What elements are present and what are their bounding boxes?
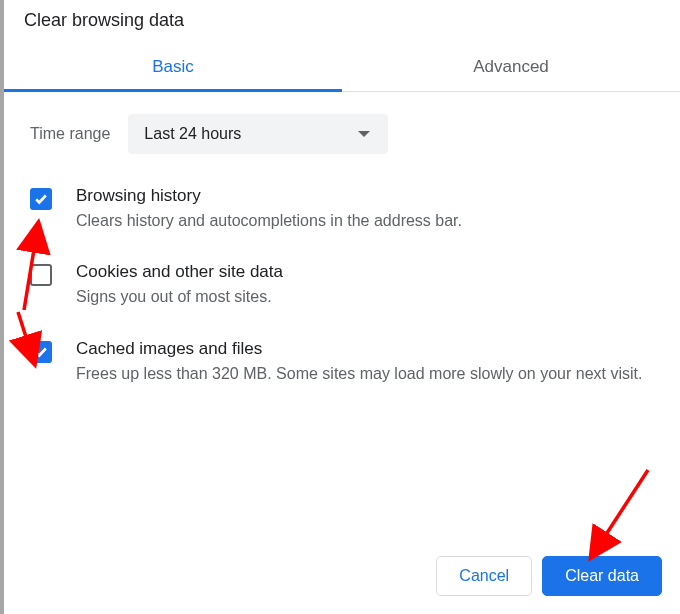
time-range-label: Time range	[30, 125, 110, 143]
time-range-select[interactable]: Last 24 hours	[128, 114, 388, 154]
time-range-value: Last 24 hours	[144, 125, 241, 143]
tab-label: Basic	[152, 57, 194, 76]
time-range-row: Time range Last 24 hours	[30, 114, 654, 154]
option-desc: Clears history and autocompletions in th…	[76, 210, 462, 232]
chevron-down-icon	[358, 131, 370, 137]
option-title: Cookies and other site data	[76, 262, 283, 282]
option-title: Cached images and files	[76, 339, 642, 359]
button-label: Cancel	[459, 567, 509, 585]
tab-advanced[interactable]: Advanced	[342, 45, 680, 91]
option-title: Browsing history	[76, 186, 462, 206]
option-browsing-history: Browsing history Clears history and auto…	[30, 186, 654, 232]
button-label: Clear data	[565, 567, 639, 585]
dialog-title: Clear browsing data	[4, 6, 680, 45]
checkbox-cached[interactable]	[30, 341, 52, 363]
option-text: Cookies and other site data Signs you ou…	[76, 262, 283, 308]
option-cookies: Cookies and other site data Signs you ou…	[30, 262, 654, 308]
option-desc: Signs you out of most sites.	[76, 286, 283, 308]
dialog-footer: Cancel Clear data	[436, 556, 662, 596]
tabs: Basic Advanced	[4, 45, 680, 92]
option-desc: Frees up less than 320 MB. Some sites ma…	[76, 363, 642, 385]
cancel-button[interactable]: Cancel	[436, 556, 532, 596]
clear-browsing-data-dialog: Clear browsing data Basic Advanced Time …	[4, 0, 680, 614]
check-icon	[34, 345, 48, 359]
tab-basic[interactable]: Basic	[4, 45, 342, 91]
tab-label: Advanced	[473, 57, 549, 76]
option-text: Browsing history Clears history and auto…	[76, 186, 462, 232]
checkbox-cookies[interactable]	[30, 264, 52, 286]
check-icon	[34, 192, 48, 206]
option-cached: Cached images and files Frees up less th…	[30, 339, 654, 385]
dialog-content: Time range Last 24 hours Browsing histor…	[4, 92, 680, 425]
option-text: Cached images and files Frees up less th…	[76, 339, 642, 385]
checkbox-browsing-history[interactable]	[30, 188, 52, 210]
clear-data-button[interactable]: Clear data	[542, 556, 662, 596]
